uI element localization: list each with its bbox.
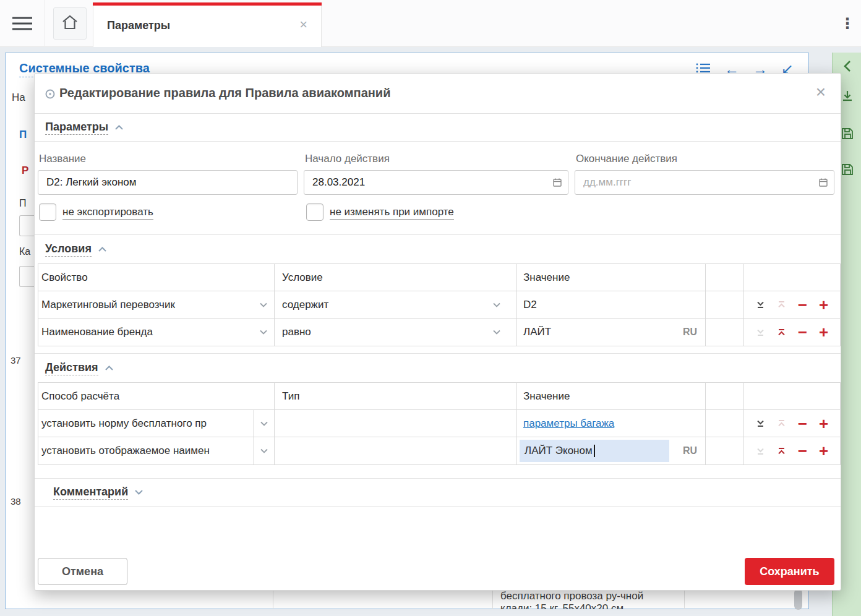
column-header-empty xyxy=(744,264,840,291)
column-header: Свойство xyxy=(38,264,275,291)
chevron-up-icon[interactable] xyxy=(114,124,124,130)
tab-close-icon[interactable]: × xyxy=(299,17,307,33)
section-actions-label[interactable]: Действия xyxy=(45,361,98,375)
section-parameters: Параметры xyxy=(35,114,841,142)
row-number: 38 xyxy=(11,496,21,507)
lang-badge: RU xyxy=(683,445,697,456)
section-comment-label[interactable]: Комментарий xyxy=(53,486,128,500)
actions-table: Способ расчёта Тип Значение установить н… xyxy=(38,382,841,465)
value-edit-input[interactable]: ЛАЙТ Эконом xyxy=(520,440,669,462)
no-export-label[interactable]: не экспортировать xyxy=(62,205,153,220)
move-up-icon[interactable] xyxy=(777,447,786,456)
column-header-empty xyxy=(744,383,840,410)
type-cell xyxy=(275,410,517,437)
move-up-icon[interactable] xyxy=(777,328,786,337)
column-header: Способ расчёта xyxy=(38,383,275,410)
cancel-button[interactable]: Отмена xyxy=(38,558,127,585)
chevron-down-icon xyxy=(253,319,274,346)
start-date-wrap xyxy=(304,170,568,195)
property-dropdown[interactable]: Маркетинговый перевозчик xyxy=(38,291,275,319)
value-cell: параметры багажа xyxy=(517,410,706,437)
chevron-up-icon[interactable] xyxy=(105,365,114,371)
method-dropdown[interactable]: установить норму бесплатного пр xyxy=(38,410,275,437)
column-header: Условие xyxy=(275,264,517,291)
property-dropdown[interactable]: Наименование бренда xyxy=(38,319,275,346)
row-actions-cell: − + xyxy=(744,291,840,319)
empty-cell xyxy=(706,319,744,346)
hidden-cell-text: бесплатного провоза ру-чной xyxy=(500,590,680,602)
section-conditions-label[interactable]: Условия xyxy=(45,242,92,257)
section-conditions: Условия xyxy=(35,234,841,263)
empty-cell xyxy=(706,410,744,437)
move-down-icon xyxy=(756,328,765,337)
table-gridline xyxy=(684,589,685,609)
table-gridline xyxy=(492,589,493,609)
value-cell[interactable]: D2 xyxy=(517,291,706,319)
hamburger-menu-icon[interactable] xyxy=(11,16,33,31)
move-down-icon[interactable] xyxy=(756,300,765,309)
collapse-panel-icon[interactable] xyxy=(833,60,861,72)
add-row-button[interactable]: + xyxy=(819,443,828,459)
chevron-up-icon[interactable] xyxy=(98,246,107,252)
row-actions-cell: − + xyxy=(744,319,840,346)
more-options-icon[interactable]: ⋮ xyxy=(840,15,855,32)
hidden-label-fragment: Ка xyxy=(19,246,30,257)
empty-cell xyxy=(706,437,744,464)
hidden-input-fragment xyxy=(19,215,35,236)
move-down-icon xyxy=(756,447,765,456)
start-date-input[interactable] xyxy=(304,170,568,195)
add-row-button[interactable]: + xyxy=(819,324,828,340)
scrollbar-thumb[interactable] xyxy=(794,589,802,610)
app-screen: Параметры × ⋮ Системные свойства ← → ↙ Н… xyxy=(0,0,861,616)
no-export-checkbox[interactable] xyxy=(39,203,56,221)
dialog-header: Редактирование правила для Правила авиак… xyxy=(35,74,841,114)
row-actions-cell: − + xyxy=(744,410,840,437)
chevron-down-icon xyxy=(486,319,507,346)
add-row-button[interactable]: + xyxy=(819,416,828,432)
tab-parameters[interactable]: Параметры × xyxy=(93,2,322,47)
no-import-change-checkbox[interactable] xyxy=(306,203,323,221)
condition-dropdown[interactable]: содержит xyxy=(275,291,517,319)
rule-icon xyxy=(45,88,56,102)
edit-rule-dialog: Редактирование правила для Правила авиак… xyxy=(34,73,841,591)
end-date-input[interactable] xyxy=(575,170,834,195)
add-row-button[interactable]: + xyxy=(819,297,828,313)
value-cell: ЛАЙТ Эконом RU xyxy=(517,437,706,464)
hidden-label-fragment: На xyxy=(12,92,25,104)
active-tab-indicator xyxy=(93,2,322,6)
close-dialog-icon[interactable]: × xyxy=(816,82,826,102)
name-input[interactable] xyxy=(38,170,298,195)
name-field-label: Название xyxy=(39,153,86,165)
chevron-down-icon xyxy=(253,291,274,318)
condition-dropdown[interactable]: равно xyxy=(275,319,517,346)
text-cursor xyxy=(594,445,595,457)
hidden-heading-fragment: П xyxy=(19,129,27,141)
column-header: Значение xyxy=(517,383,706,410)
method-dropdown[interactable]: установить отображаемое наимен xyxy=(38,437,275,464)
remove-row-button[interactable]: − xyxy=(798,416,807,432)
section-parameters-label[interactable]: Параметры xyxy=(45,121,108,135)
toolbar-separator xyxy=(45,0,45,47)
remove-row-button[interactable]: − xyxy=(798,297,807,313)
column-header-empty xyxy=(706,383,744,410)
calendar-icon[interactable] xyxy=(818,178,828,187)
remove-row-button[interactable]: − xyxy=(798,324,807,340)
end-date-label: Окончание действия xyxy=(576,153,677,165)
conditions-table: Свойство Условие Значение Маркетинговый … xyxy=(38,263,841,346)
calendar-icon[interactable] xyxy=(552,178,562,187)
baggage-params-link[interactable]: параметры багажа xyxy=(523,417,614,430)
hidden-cell-text: клади: 15 кг, 55x40x20 см xyxy=(500,602,680,609)
top-bar: Параметры × ⋮ xyxy=(0,0,861,47)
hidden-label-fragment: П xyxy=(19,198,27,209)
move-up-icon xyxy=(777,419,786,428)
move-up-icon xyxy=(777,300,786,309)
chevron-down-icon[interactable] xyxy=(134,489,144,495)
value-cell[interactable]: ЛАЙТ RU xyxy=(517,319,706,346)
no-import-change-label[interactable]: не изменять при импорте xyxy=(330,205,454,220)
home-icon xyxy=(61,14,79,33)
chevron-down-icon xyxy=(253,410,274,437)
save-button[interactable]: Сохранить xyxy=(745,558,834,585)
home-button[interactable] xyxy=(53,7,87,40)
remove-row-button[interactable]: − xyxy=(798,443,807,459)
move-down-icon[interactable] xyxy=(756,419,765,428)
